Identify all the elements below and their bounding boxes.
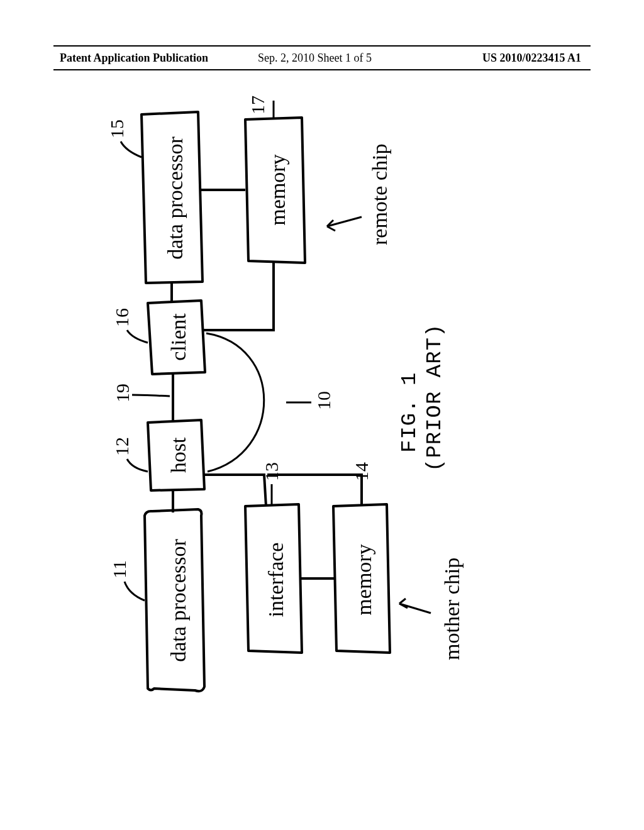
block-host: host [148,420,204,490]
label-mother-chip: mother chip [440,558,464,660]
block-client: client [148,301,205,374]
label-memory-left: memory [352,544,375,615]
block-interface: interface [245,504,302,653]
label-interface: interface [264,543,287,617]
label-memory-right: memory [266,154,289,225]
figure-caption-line1: FIG. 1 [397,372,421,453]
ref-16: 16 [111,308,132,327]
page: Patent Application Publication Sep. 2, 2… [0,0,644,830]
ref-17: 17 [247,96,268,114]
ref-10: 10 [313,391,334,410]
header-rule-top [53,45,591,47]
label-remote-chip: remote chip [368,144,391,245]
header-center: Sep. 2, 2010 Sheet 1 of 5 [258,52,372,65]
header-left: Patent Application Publication [60,52,208,65]
ref-12: 12 [111,437,132,456]
block-memory-right: memory [245,118,305,263]
ref-11: 11 [109,560,130,578]
ref-14: 14 [351,462,372,481]
page-header: Patent Application Publication Sep. 2, 2… [0,52,644,70]
ref-15: 15 [106,119,127,138]
label-data-processor-right: data processor [164,136,187,260]
block-memory-left: memory [333,504,390,653]
block-data-processor-left: data processor [145,509,204,691]
ref-19: 19 [112,384,133,402]
block-data-processor-right: data processor [142,112,203,283]
header-right: US 2010/0223415 A1 [482,52,581,65]
header-rule-bottom [53,69,591,70]
figure-caption-line2: (PRIOR ART) [423,324,447,472]
label-data-processor-left: data processor [167,539,190,662]
figure-1: data processor host interface memory [107,94,547,723]
ref-13: 13 [261,462,282,481]
label-host: host [167,437,190,473]
label-client: client [167,313,190,361]
